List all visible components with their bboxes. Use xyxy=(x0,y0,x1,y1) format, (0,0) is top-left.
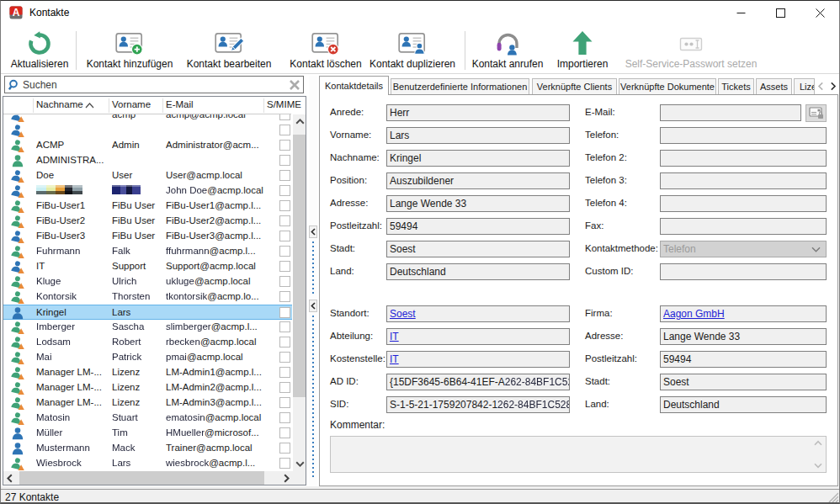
link-standort[interactable]: Soest xyxy=(390,308,416,320)
tab-benutzerdefinierte-informationen[interactable]: Benutzerdefinierte Informationen xyxy=(391,78,529,94)
table-row[interactable]: FiBu-User2FiBu UserFiBu-User2@acmp.l... xyxy=(3,214,292,229)
smime-checkbox[interactable] xyxy=(279,307,290,318)
column-header-nachname[interactable]: Nachname xyxy=(36,99,83,109)
table-row[interactable]: MatosinStuartematosin@acmp.local xyxy=(3,411,292,426)
link-kostenstelle[interactable]: IT xyxy=(390,353,399,365)
table-row[interactable]: FuhrmannFalkffuhrmann@acmp.l... xyxy=(3,244,292,259)
smime-checkbox[interactable] xyxy=(279,185,290,196)
tab-assets[interactable]: Assets xyxy=(756,78,792,94)
field-e-mail-input[interactable] xyxy=(660,104,801,121)
field-land-input[interactable]: Deutschland xyxy=(386,263,570,280)
comment-scroll-up-icon[interactable] xyxy=(813,439,823,447)
toolbar-button-refresh[interactable]: Aktualisieren xyxy=(4,29,75,72)
close-button[interactable] xyxy=(800,1,839,25)
tab-verkn-pfte-dokumente[interactable]: Verknüpfte Dokumente xyxy=(619,78,716,94)
smime-checkbox[interactable] xyxy=(279,140,290,151)
smime-checkbox[interactable] xyxy=(279,427,290,438)
link-firma[interactable]: Aagon GmbH xyxy=(663,308,725,320)
smime-checkbox[interactable] xyxy=(279,382,290,393)
table-row[interactable]: KlugeUlrichukluge@acmp.local xyxy=(3,274,292,289)
table-row[interactable]: ITSupportSupport@acmp.local xyxy=(3,259,292,274)
horizontal-scrollbar-thumb[interactable] xyxy=(19,471,264,485)
table-row[interactable]: LodsamRobertrbecken@acmp.local xyxy=(3,335,292,350)
field-fax-input[interactable] xyxy=(660,218,827,235)
clear-search-icon[interactable] xyxy=(289,79,300,91)
vertical-scrollbar-thumb[interactable] xyxy=(293,135,306,397)
scroll-up-icon[interactable] xyxy=(293,114,306,129)
smime-checkbox[interactable] xyxy=(279,458,290,469)
field-adresse-input[interactable]: Lange Wende 33 xyxy=(386,195,570,212)
field-telefon-2-input[interactable] xyxy=(660,150,827,167)
link-abteilung[interactable]: IT xyxy=(390,331,399,342)
field-sid-input[interactable]: S-1-5-21-1759207842-1262-84BF1C52850f xyxy=(386,396,570,413)
table-row[interactable]: DoeUserUser@acmp.local xyxy=(3,168,292,183)
column-header-s-mime[interactable]: S/MIME xyxy=(267,99,301,109)
column-header-e-mail[interactable]: E-Mail xyxy=(166,99,194,109)
table-row[interactable]: ADMINISTRA... xyxy=(3,153,292,168)
field-kostenstelle-input[interactable]: IT xyxy=(386,351,570,368)
table-row[interactable] xyxy=(3,123,292,138)
collapse-panel-button[interactable] xyxy=(309,225,317,238)
table-row[interactable]: FiBu-User3FiBu UserFiBu-User3@acmp.l... xyxy=(3,229,292,244)
smime-checkbox[interactable] xyxy=(279,321,290,332)
search-input[interactable]: Suchen xyxy=(4,76,304,93)
field-abteilung-input[interactable]: IT xyxy=(386,328,570,345)
table-row[interactable]: Manager LM-...LizenzLM-Admin1@acmp.l... xyxy=(3,365,292,380)
toolbar-button-contact-add[interactable]: Kontakt hinzufügen xyxy=(84,29,175,72)
table-row[interactable]: ACMPAdminAdministrator@acm... xyxy=(3,138,292,153)
field-postleitzahl-input[interactable]: 59494 xyxy=(660,351,827,368)
tab-scroll-right-button[interactable] xyxy=(827,79,839,93)
table-row[interactable]: ImbergerSaschaslimberger@acmp.l... xyxy=(3,320,292,335)
field-firma-input[interactable]: Aagon GmbH xyxy=(660,305,827,322)
field-adresse-input[interactable]: Lange Wende 33 xyxy=(660,328,827,345)
panel-splitter[interactable] xyxy=(309,76,317,486)
field-anrede-input[interactable]: Herr xyxy=(386,104,570,121)
smime-checkbox[interactable] xyxy=(279,367,290,378)
toolbar-button-contact-call[interactable]: Kontakt anrufen xyxy=(470,29,545,72)
smime-checkbox[interactable] xyxy=(279,114,290,120)
smime-checkbox[interactable] xyxy=(279,291,290,302)
field-ad-id-input[interactable]: {15DF3645-6B64-41EF-A262-84BF1C52850f xyxy=(386,374,570,390)
table-row[interactable]: MüllerTimHMueller@microsof... xyxy=(3,426,292,441)
toolbar-button-contact-delete[interactable]: Kontakt löschen xyxy=(279,29,372,72)
comment-scroll-down-icon[interactable] xyxy=(813,462,823,470)
table-row[interactable]: Manager LM-...LizenzLM-Admin3@acmp.l... xyxy=(3,395,292,411)
field-telefon-4-input[interactable] xyxy=(660,195,827,212)
table-row[interactable]: John Doe@acmp.local xyxy=(3,183,292,199)
field-postleitzahl-input[interactable]: 59494 xyxy=(386,218,570,235)
smime-checkbox[interactable] xyxy=(279,215,290,226)
horizontal-scrollbar[interactable] xyxy=(3,471,293,485)
smime-checkbox[interactable] xyxy=(279,170,290,181)
table-row[interactable]: WiesbrockLarswiesbrock@acmp.l... xyxy=(3,456,292,471)
tab-verkn-pfte-clients[interactable]: Verknüpfte Clients xyxy=(532,78,617,94)
collapse-panel-button[interactable] xyxy=(309,300,317,312)
vertical-scrollbar[interactable] xyxy=(293,114,306,471)
smime-checkbox[interactable] xyxy=(279,231,290,241)
scroll-left-icon[interactable] xyxy=(3,471,16,485)
table-row[interactable]: acmpacmp@acmp.local xyxy=(3,114,292,123)
table-row[interactable]: MustermannMackTrainer@acmp.local xyxy=(3,441,292,456)
field-nachname-input[interactable]: Kringel xyxy=(386,150,570,167)
field-vorname-input[interactable]: Lars xyxy=(386,127,570,144)
smime-checkbox[interactable] xyxy=(279,337,290,347)
table-row[interactable]: Manager LM-...LizenzLM-Admin2@acmp.l... xyxy=(3,380,292,395)
smime-checkbox[interactable] xyxy=(279,155,290,166)
field-land-input[interactable]: Deutschland xyxy=(660,396,827,413)
comment-textarea[interactable] xyxy=(330,436,827,473)
smime-checkbox[interactable] xyxy=(279,412,290,423)
tab-kontaktdetails[interactable]: Kontaktdetails xyxy=(319,76,389,95)
smime-checkbox[interactable] xyxy=(279,443,290,454)
toolbar-button-contact-edit[interactable]: Kontakt bearbeiten xyxy=(183,29,275,72)
field-telefon-3-input[interactable] xyxy=(660,172,827,189)
minimize-button[interactable] xyxy=(721,1,760,25)
table-row[interactable]: MaiPatrickpmai@acmp.local xyxy=(3,350,292,365)
toolbar-button-contact-duplicate[interactable]: Kontakt duplizieren xyxy=(366,29,459,72)
table-row-selected[interactable]: KringelLars xyxy=(3,305,292,320)
tab-tickets[interactable]: Tickets xyxy=(718,78,754,94)
field-telefon-input[interactable] xyxy=(660,127,827,144)
smime-checkbox[interactable] xyxy=(279,200,290,211)
field-stadt-input[interactable]: Soest xyxy=(660,374,827,390)
smime-checkbox[interactable] xyxy=(279,261,290,272)
smime-checkbox[interactable] xyxy=(279,125,290,135)
toolbar-button-import[interactable]: Importieren xyxy=(550,29,614,72)
